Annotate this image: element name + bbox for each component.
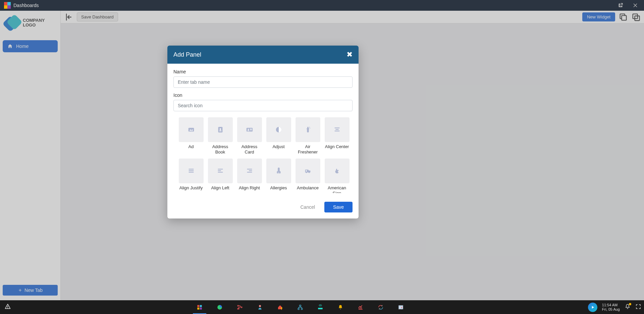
icon-option-air-freshener[interactable]: Air Freshener	[295, 117, 321, 154]
svg-point-10	[241, 307, 242, 308]
icon-option-align-left[interactable]: Align Left	[207, 159, 233, 193]
icon-option-address-card[interactable]: Address Card	[236, 117, 262, 154]
svg-rect-5	[198, 307, 200, 309]
plus-icon	[18, 288, 22, 293]
icon-option-adjust[interactable]: Adjust	[266, 117, 291, 154]
icon-option-label: Ambulance	[297, 185, 319, 191]
icon-option-align-center[interactable]: Align Center	[324, 117, 350, 154]
taskbar-network-icon[interactable]	[296, 303, 304, 311]
notification-bell-icon[interactable]	[625, 304, 631, 311]
taskbar-pie-icon[interactable]	[216, 303, 224, 311]
icon-label: Icon	[173, 92, 353, 98]
icon-option-label: Align Justify	[179, 185, 203, 191]
icon-option-asl[interactable]: American Sign Language	[324, 159, 350, 193]
svg-rect-16	[318, 308, 323, 309]
svg-rect-0	[622, 15, 626, 20]
duplicate-icon[interactable]	[631, 12, 641, 22]
add-panel-modal: Add Panel ✖ Name Icon AdAddress BookAddr…	[167, 46, 359, 218]
close-icon[interactable]: ✖	[346, 50, 353, 59]
sidebar: COMPANY LOGO Home New Tab	[0, 11, 61, 300]
asl-icon	[325, 159, 350, 183]
popout-icon[interactable]	[616, 1, 625, 10]
svg-rect-15	[301, 308, 303, 310]
icon-option-align-justify[interactable]: Align Justify	[178, 159, 204, 193]
taskbar-chart-icon[interactable]	[357, 303, 365, 311]
svg-rect-14	[298, 308, 300, 310]
align-justify-icon	[179, 159, 204, 183]
align-center-icon	[325, 117, 350, 142]
svg-rect-4	[200, 305, 202, 307]
svg-rect-3	[198, 305, 200, 307]
new-widget-button[interactable]: New Widget	[582, 12, 615, 21]
icon-option-label: Adjust	[272, 144, 284, 149]
icon-search-input[interactable]	[173, 100, 353, 111]
adjust-icon	[266, 117, 291, 142]
system-menu-icon[interactable]	[4, 303, 11, 311]
taskbar-sync-icon[interactable]	[377, 303, 385, 311]
icon-option-label: Align Right	[239, 185, 260, 191]
taskbar-bell-icon[interactable]	[336, 303, 344, 311]
svg-point-12	[281, 307, 283, 309]
new-tab-label: New Tab	[24, 288, 43, 293]
air-freshener-icon	[296, 117, 320, 142]
icon-option-ad[interactable]: Ad	[178, 117, 204, 154]
save-dashboard-button[interactable]: Save Dashboard	[77, 12, 118, 21]
ad-icon	[179, 117, 204, 142]
toolbar: Save Dashboard New Widget	[61, 11, 644, 23]
close-window-icon[interactable]	[631, 1, 640, 10]
svg-rect-17	[399, 305, 404, 309]
home-icon	[7, 44, 13, 49]
taskbar-app-dashboards-icon[interactable]	[196, 303, 204, 311]
save-button[interactable]: Save	[324, 202, 353, 212]
taskbar-flow-icon[interactable]	[236, 303, 244, 311]
icon-option-ambulance[interactable]: Ambulance	[295, 159, 321, 193]
taskbar: 11:54 AM Fri, 05 Aug	[0, 300, 644, 314]
address-card-icon	[237, 117, 262, 142]
name-input[interactable]	[173, 76, 353, 88]
icon-option-label: Address Card	[236, 144, 262, 154]
collapse-sidebar-icon[interactable]	[64, 12, 73, 22]
app-logo-icon	[4, 2, 11, 9]
copy-icon[interactable]	[619, 12, 628, 22]
icon-option-label: Air Freshener	[295, 144, 321, 154]
icon-option-label: Align Center	[325, 144, 349, 149]
icon-option-label: Address Book	[207, 144, 233, 154]
taskbar-router-icon[interactable]	[316, 303, 324, 311]
sidebar-item-label: Home	[16, 44, 29, 49]
allergies-icon	[266, 159, 291, 183]
svg-rect-13	[300, 305, 301, 306]
company-logo: COMPANY LOGO	[3, 13, 58, 32]
new-tab-button[interactable]: New Tab	[3, 285, 58, 296]
company-logo-icon	[4, 15, 20, 31]
icon-option-address-book[interactable]: Address Book	[207, 117, 233, 154]
ambulance-icon	[296, 159, 320, 183]
svg-point-11	[259, 305, 261, 307]
fullscreen-icon[interactable]	[635, 304, 641, 311]
taskbar-person-icon[interactable]	[256, 303, 264, 311]
company-name-line1: COMPANY	[23, 18, 45, 23]
clock-date: Fri, 05 Aug	[602, 307, 620, 312]
name-label: Name	[173, 69, 353, 74]
align-right-icon	[237, 159, 262, 183]
svg-point-18	[401, 307, 402, 308]
sidebar-item-home[interactable]: Home	[3, 40, 58, 52]
align-left-icon	[208, 159, 233, 183]
company-name-line2: LOGO	[23, 23, 45, 27]
cancel-button[interactable]: Cancel	[294, 202, 321, 212]
address-book-icon	[208, 117, 233, 142]
icon-option-label: Align Left	[211, 185, 229, 191]
taskbar-map-icon[interactable]	[397, 303, 405, 311]
clock: 11:54 AM Fri, 05 Aug	[602, 303, 620, 311]
svg-point-8	[238, 305, 239, 306]
svg-rect-6	[200, 307, 202, 309]
app-title: Dashboards	[13, 3, 39, 8]
icon-option-label: American Sign Language	[324, 185, 350, 193]
modal-title: Add Panel	[173, 51, 201, 58]
media-play-icon[interactable]	[588, 303, 597, 312]
titlebar: Dashboards	[0, 0, 644, 11]
icon-grid-scroll[interactable]: AdAddress BookAddress CardAdjustAir Fres…	[173, 116, 353, 193]
icon-option-allergies[interactable]: Allergies	[266, 159, 291, 193]
icon-option-label: Ad	[189, 144, 194, 149]
taskbar-homekey-icon[interactable]	[276, 303, 284, 311]
icon-option-align-right[interactable]: Align Right	[236, 159, 262, 193]
